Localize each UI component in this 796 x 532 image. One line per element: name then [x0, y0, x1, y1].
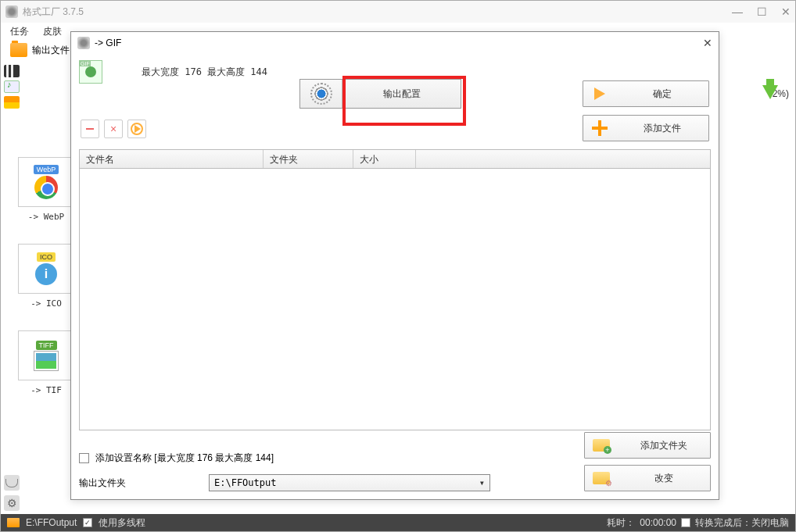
dialog-bottom: 添加设置名称 [最大宽度 176 最大高度 144] 输出文件夹 E:\FFOu…	[79, 452, 711, 491]
dimension-text: 最大宽度 176 最大高度 144	[142, 66, 267, 79]
minus-icon	[86, 128, 94, 130]
picture-category-icon[interactable]	[4, 96, 20, 109]
chrome-icon	[34, 176, 58, 199]
col-spacer	[416, 150, 710, 168]
gif-dialog: -> GIF ✕ 最大宽度 176 最大高度 144 输出配置 确定 添加文件 …	[70, 31, 719, 500]
thumb-ico-label: -> ICO	[18, 298, 74, 309]
bottom-tool-icons	[4, 475, 20, 511]
col-folder[interactable]: 文件夹	[264, 150, 353, 168]
add-file-button[interactable]: 添加文件	[583, 115, 709, 141]
output-file-label: 输出文件	[32, 44, 70, 57]
folder-add-icon	[593, 439, 610, 452]
folder-gear-icon	[593, 472, 610, 484]
add-folder-label: 添加文件夹	[618, 439, 710, 452]
main-title: 格式工厂 3.7.5	[23, 5, 84, 19]
small-action-buttons: ×	[81, 120, 146, 138]
gif-badge-icon	[79, 60, 102, 84]
maximize-button[interactable]: ☐	[757, 5, 767, 18]
output-folder-label: 输出文件夹	[79, 477, 126, 490]
play-circle-icon	[131, 123, 143, 135]
multithread-label: 使用多线程	[99, 516, 145, 530]
change-button[interactable]: 改变	[584, 465, 711, 491]
statusbar-folder-icon	[7, 518, 20, 527]
col-filename[interactable]: 文件名	[80, 150, 264, 168]
close-button[interactable]: ✕	[781, 5, 791, 18]
output-config-wrap: 输出配置	[299, 79, 461, 109]
dialog-title: -> GIF	[95, 37, 121, 48]
add-file-label: 添加文件	[616, 122, 708, 135]
dialog-right-buttons: 确定 添加文件	[583, 80, 709, 141]
dialog-close-button[interactable]: ✕	[703, 37, 712, 49]
ico-tag: ICO	[37, 252, 56, 262]
ok-button[interactable]: 确定	[583, 80, 709, 107]
format-thumbs: WebP -> WebP ICO i -> ICO TIFF -> TIF	[18, 157, 77, 417]
elapsed-label: 耗时：	[607, 516, 635, 530]
play-button[interactable]	[127, 120, 146, 138]
add-folder-button[interactable]: 添加文件夹	[584, 432, 711, 459]
dialog-titlebar: -> GIF ✕	[71, 32, 719, 54]
landscape-icon	[34, 352, 58, 370]
shutdown-label: 转换完成后：关闭电脑	[695, 516, 789, 530]
thumb-webp[interactable]: WebP -> WebP	[18, 157, 74, 222]
elapsed-value: 00:00:00	[640, 517, 676, 528]
output-config-button[interactable]: 输出配置	[299, 79, 461, 109]
multithread-checkbox[interactable]: ✓	[83, 518, 92, 527]
webp-tag: WebP	[34, 165, 59, 174]
plus-icon	[592, 120, 608, 136]
settings-icon[interactable]	[4, 495, 20, 511]
info-icon: i	[35, 263, 57, 285]
remove-button[interactable]	[81, 120, 99, 138]
add-setting-label: 添加设置名称 [最大宽度 176 最大高度 144]	[95, 452, 274, 465]
gear-icon	[313, 85, 330, 102]
arrow-right-icon	[594, 87, 605, 100]
x-icon: ×	[110, 123, 117, 135]
table-header: 文件名 文件夹 大小	[80, 150, 710, 169]
menu-task[interactable]: 任务	[10, 25, 29, 38]
start-arrow-icon[interactable]	[762, 85, 778, 99]
folder-icon	[10, 43, 27, 57]
menu-skin[interactable]: 皮肤	[43, 25, 62, 38]
main-titlebar: 格式工厂 3.7.5 — ☐ ✕	[1, 1, 795, 23]
add-setting-checkbox[interactable]	[79, 453, 89, 463]
ok-label: 确定	[616, 87, 708, 101]
disc-icon[interactable]	[4, 475, 20, 491]
app-icon	[5, 5, 18, 18]
tiff-tag: TIFF	[36, 341, 57, 350]
thumb-tif-label: -> TIF	[18, 385, 74, 395]
statusbar-path: E:\FFOutput	[26, 517, 77, 528]
thumb-webp-label: -> WebP	[18, 212, 74, 222]
video-category-icon[interactable]	[4, 65, 20, 77]
thumb-ico[interactable]: ICO i -> ICO	[18, 244, 74, 309]
dialog-icon	[77, 37, 90, 49]
window-controls: — ☐ ✕	[732, 5, 791, 18]
file-table: 文件名 文件夹 大小	[79, 149, 711, 430]
thumb-tif[interactable]: TIFF -> TIF	[18, 330, 74, 395]
shutdown-checkbox[interactable]	[681, 518, 690, 527]
audio-category-icon[interactable]	[4, 80, 20, 93]
col-size[interactable]: 大小	[353, 150, 416, 168]
output-config-label: 输出配置	[342, 87, 461, 101]
clear-button[interactable]: ×	[104, 120, 123, 138]
statusbar: E:\FFOutput ✓ 使用多线程 耗时： 00:00:00 转换完成后：关…	[1, 514, 795, 531]
output-folder-combo[interactable]: E:\FFOutput	[209, 474, 490, 491]
change-label: 改变	[618, 472, 710, 485]
minimize-button[interactable]: —	[732, 5, 743, 18]
